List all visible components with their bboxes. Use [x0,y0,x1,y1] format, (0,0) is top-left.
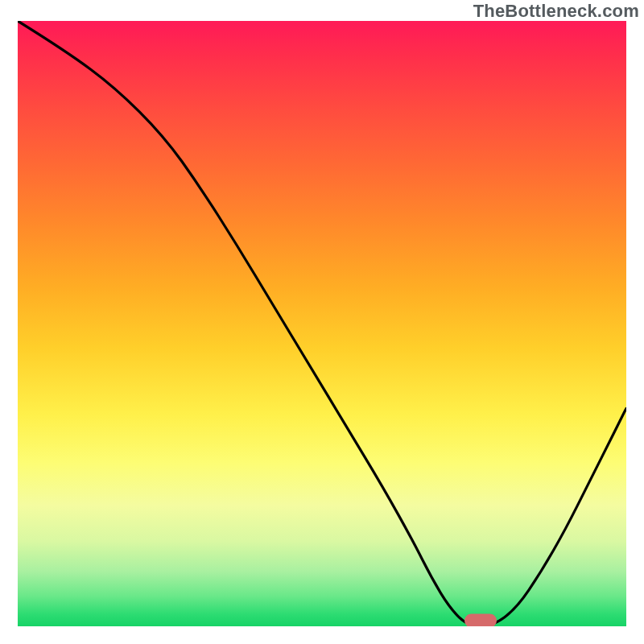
chart-wrapper: TheBottleneck.com [0,0,644,644]
optimum-marker [464,614,497,627]
watermark-text: TheBottleneck.com [473,1,639,22]
bottleneck-curve-svg [18,21,626,626]
plot-area [18,21,626,626]
bottleneck-curve-path [18,21,626,626]
